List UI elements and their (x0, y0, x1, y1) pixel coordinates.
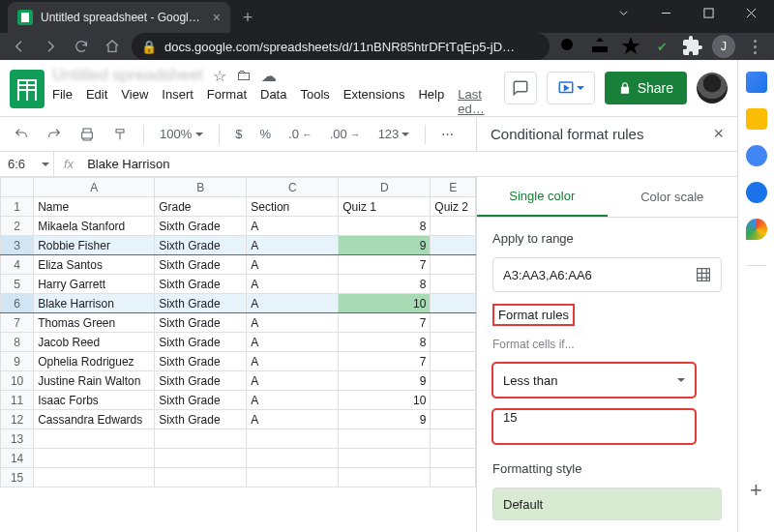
cell[interactable] (431, 313, 476, 333)
col-header[interactable]: D (339, 178, 431, 197)
row-header[interactable]: 13 (1, 429, 34, 449)
extensions-icon[interactable] (681, 35, 704, 58)
share-button[interactable]: Share (605, 72, 687, 104)
account-avatar-icon[interactable] (697, 73, 728, 103)
close-window-icon[interactable] (731, 0, 770, 25)
cell[interactable] (431, 371, 476, 391)
cell[interactable]: Sixth Grade (155, 255, 247, 275)
cell[interactable] (247, 468, 339, 488)
forward-icon[interactable] (39, 35, 62, 58)
cell[interactable]: Name (34, 197, 155, 217)
row-header[interactable]: 10 (1, 371, 34, 391)
browser-tab[interactable]: Untitled spreadsheet - Google Sh × (8, 2, 230, 33)
share-url-icon[interactable] (588, 35, 611, 58)
cell[interactable] (34, 468, 155, 488)
number-format-select[interactable]: 123 (372, 123, 416, 145)
cell[interactable] (431, 294, 476, 313)
increase-decimal-icon[interactable]: .00→ (324, 123, 367, 145)
name-box[interactable]: 6:6 (0, 152, 54, 176)
cell[interactable] (339, 449, 431, 468)
cell[interactable]: Grade (155, 197, 247, 217)
zoom-select[interactable]: 100% (154, 123, 209, 145)
cell[interactable] (431, 352, 476, 371)
cell[interactable]: 9 (339, 371, 431, 391)
menu-file[interactable]: File (52, 87, 73, 116)
cell[interactable]: A (247, 255, 339, 275)
cell[interactable]: Thomas Green (34, 313, 155, 333)
cell[interactable]: Robbie Fisher (34, 236, 155, 255)
contacts-icon[interactable] (746, 182, 767, 203)
maximize-icon[interactable] (689, 0, 728, 25)
cell[interactable]: A (247, 236, 339, 255)
row-header[interactable]: 2 (1, 217, 34, 236)
row-header[interactable]: 8 (1, 333, 34, 352)
cf-value-input[interactable]: 15 (492, 409, 696, 444)
back-icon[interactable] (8, 35, 31, 58)
cell[interactable]: 7 (339, 313, 431, 333)
cell[interactable] (247, 429, 339, 449)
percent-icon[interactable]: % (253, 123, 277, 145)
more-toolbar-icon[interactable]: ⋯ (435, 123, 460, 145)
row-header[interactable]: 4 (1, 255, 34, 275)
cell[interactable] (431, 410, 476, 429)
cell[interactable]: A (247, 275, 339, 294)
cell[interactable]: Sixth Grade (155, 391, 247, 410)
last-edit-link[interactable]: Last ed… (458, 87, 495, 116)
row-header[interactable]: 1 (1, 197, 34, 217)
doc-title[interactable]: Untitled spreadsheet (52, 66, 203, 85)
cell[interactable]: Quiz 1 (339, 197, 431, 217)
new-tab-button[interactable]: + (234, 4, 261, 31)
cell[interactable]: A (247, 217, 339, 236)
row-header[interactable]: 14 (1, 449, 34, 468)
cell[interactable]: A (247, 313, 339, 333)
row-header[interactable]: 6 (1, 294, 34, 313)
row-header[interactable]: 15 (1, 468, 34, 488)
cell[interactable] (431, 468, 476, 488)
sheets-logo-icon[interactable] (10, 70, 45, 108)
cell[interactable]: Sixth Grade (155, 313, 247, 333)
row-header[interactable]: 5 (1, 275, 34, 294)
undo-icon[interactable] (8, 123, 35, 146)
spreadsheet-grid[interactable]: ABCDE1NameGradeSectionQuiz 1Quiz 22Mikae… (0, 177, 476, 532)
keep-icon[interactable] (746, 108, 767, 130)
maps-icon[interactable] (746, 219, 767, 240)
cell[interactable]: Cassandra Edwards (34, 410, 155, 429)
cloud-icon[interactable]: ☁ (261, 67, 277, 85)
cell[interactable] (155, 429, 247, 449)
cf-range-input[interactable]: A3:AA3,A6:AA6 (492, 257, 722, 292)
cf-tab-single-color[interactable]: Single color (477, 177, 608, 217)
add-panel-icon[interactable]: + (750, 478, 762, 503)
menu-tools[interactable]: Tools (300, 87, 329, 116)
cell[interactable] (339, 468, 431, 488)
cell[interactable]: Blake Harrison (34, 294, 155, 313)
shield-check-icon[interactable]: ✔ (650, 35, 673, 58)
cell[interactable] (34, 449, 155, 468)
row-header[interactable]: 11 (1, 391, 34, 410)
cell[interactable]: Ophelia Rodriguez (34, 352, 155, 371)
cell[interactable]: Mikaela Stanford (34, 217, 155, 236)
cf-tab-color-scale[interactable]: Color scale (608, 177, 738, 217)
cell[interactable] (339, 429, 431, 449)
cell[interactable]: 8 (339, 333, 431, 352)
cell[interactable]: Isaac Forbs (34, 391, 155, 410)
currency-icon[interactable]: $ (229, 123, 248, 145)
cell[interactable]: Sixth Grade (155, 333, 247, 352)
cell[interactable]: 9 (339, 410, 431, 429)
cell[interactable] (431, 333, 476, 352)
profile-avatar-icon[interactable]: J (712, 35, 735, 58)
comment-history-icon[interactable] (504, 72, 537, 104)
cell[interactable]: A (247, 294, 339, 313)
cell[interactable]: Sixth Grade (155, 217, 247, 236)
menu-icon[interactable] (743, 35, 766, 58)
present-button[interactable] (547, 72, 595, 104)
cell[interactable]: Sixth Grade (155, 410, 247, 429)
cf-close-icon[interactable]: × (713, 124, 724, 144)
cell[interactable]: A (247, 391, 339, 410)
paint-format-icon[interactable] (106, 123, 134, 146)
cell[interactable]: A (247, 352, 339, 371)
cell[interactable]: Sixth Grade (155, 275, 247, 294)
row-header[interactable]: 12 (1, 410, 34, 429)
row-header[interactable]: 7 (1, 313, 34, 333)
cell[interactable] (431, 449, 476, 468)
url-field[interactable]: 🔒 docs.google.com/spreadsheets/d/11nBNR8… (132, 33, 550, 60)
